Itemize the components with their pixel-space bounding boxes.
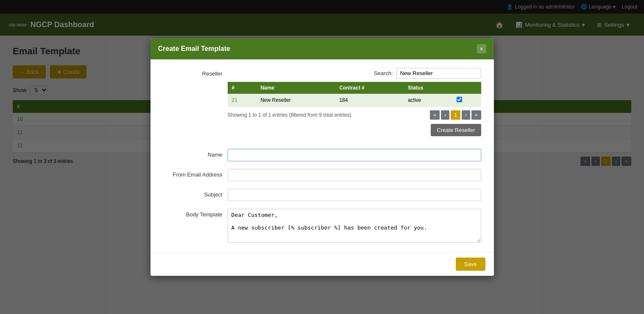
search-row: Search: xyxy=(228,68,481,78)
rt-col-select xyxy=(452,82,481,94)
rt-col-status: Status xyxy=(404,82,452,94)
subject-input[interactable] xyxy=(228,189,481,201)
modal-overlay: Create Email Template × Reseller Search:… xyxy=(0,0,644,314)
subject-form-row: Subject xyxy=(163,189,481,201)
subject-label: Subject xyxy=(163,189,223,198)
res-pg-last[interactable]: » xyxy=(471,110,481,120)
res-row-status: active xyxy=(404,94,452,107)
body-form-row: Body Template xyxy=(163,209,481,244)
res-row-select[interactable] xyxy=(452,94,481,107)
reseller-checkbox[interactable] xyxy=(457,97,462,102)
res-pg-prev[interactable]: ‹ xyxy=(441,110,449,120)
name-form-row: Name xyxy=(163,149,481,161)
table-row[interactable]: 21 New Reseller 184 active xyxy=(228,94,481,107)
rt-col-name: Name xyxy=(256,82,335,94)
reseller-search-input[interactable] xyxy=(396,68,481,78)
reseller-table: # Name Contract # Status 21 New Reseller… xyxy=(228,82,481,107)
entries-text: Showing 1 to 1 of 1 entries (filtered fr… xyxy=(228,112,351,118)
body-textarea-wrap xyxy=(228,209,481,244)
modal-body: Reseller Search: # Name Contract # Statu… xyxy=(151,59,494,252)
create-email-template-modal: Create Email Template × Reseller Search:… xyxy=(151,38,494,276)
from-email-input-wrap xyxy=(228,169,481,181)
search-label: Search: xyxy=(374,70,393,76)
res-pg-next[interactable]: › xyxy=(462,110,470,120)
body-textarea[interactable] xyxy=(228,209,481,243)
reseller-form-row: Reseller Search: # Name Contract # Statu… xyxy=(163,68,481,141)
reseller-pagination: « ‹ 1 › » xyxy=(430,110,481,120)
modal-header: Create Email Template × xyxy=(151,38,494,59)
rt-col-id: # xyxy=(228,82,256,94)
modal-close-button[interactable]: × xyxy=(477,44,486,53)
res-row-name: New Reseller xyxy=(256,94,335,107)
res-pg-1[interactable]: 1 xyxy=(451,110,460,120)
body-label: Body Template xyxy=(163,209,223,218)
res-row-contract: 184 xyxy=(335,94,404,107)
from-email-input[interactable] xyxy=(228,169,481,181)
reseller-label: Reseller xyxy=(163,68,223,77)
rt-col-contract: Contract # xyxy=(335,82,404,94)
res-row-id: 21 xyxy=(228,94,256,107)
from-email-label: From Email Address xyxy=(163,169,223,178)
create-reseller-button[interactable]: Create Reseller xyxy=(431,124,481,136)
name-label: Name xyxy=(163,149,223,158)
subject-input-wrap xyxy=(228,189,481,201)
reseller-footer: Showing 1 to 1 of 1 entries (filtered fr… xyxy=(228,110,481,120)
res-pg-first[interactable]: « xyxy=(430,110,440,120)
reseller-section: Search: # Name Contract # Status xyxy=(228,68,481,141)
name-input-wrap xyxy=(228,149,481,161)
modal-title: Create Email Template xyxy=(158,45,230,53)
modal-footer: Save xyxy=(151,252,494,276)
name-input[interactable] xyxy=(228,149,481,161)
from-email-form-row: From Email Address xyxy=(163,169,481,181)
save-button[interactable]: Save xyxy=(456,258,485,271)
